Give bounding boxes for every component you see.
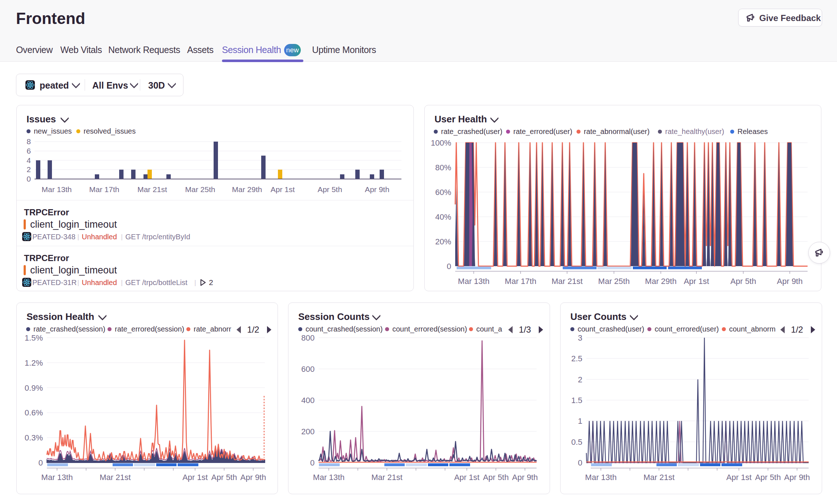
svg-text:Apr 5th: Apr 5th — [755, 473, 781, 482]
svg-text:Apr 9th: Apr 9th — [365, 185, 389, 194]
svg-text:Mar 21st: Mar 21st — [643, 473, 675, 482]
svg-text:Mar 21st: Mar 21st — [371, 473, 403, 482]
svg-text:Mar 13th: Mar 13th — [42, 185, 72, 194]
svg-text:8: 8 — [27, 137, 31, 146]
svg-text:0: 0 — [578, 458, 582, 467]
svg-text:0.6%: 0.6% — [25, 408, 43, 417]
svg-text:0.5: 0.5 — [571, 438, 582, 447]
svg-text:Apr 1st: Apr 1st — [726, 473, 752, 482]
svg-text:Mar 25th: Mar 25th — [185, 185, 215, 194]
svg-text:Apr 1st: Apr 1st — [182, 473, 208, 482]
svg-text:Apr 9th: Apr 9th — [240, 473, 266, 482]
svg-text:1.2%: 1.2% — [25, 358, 43, 367]
svg-text:Apr 5th: Apr 5th — [731, 277, 756, 286]
svg-text:1.5%: 1.5% — [25, 333, 43, 342]
svg-text:0.9%: 0.9% — [25, 383, 43, 393]
svg-text:0: 0 — [310, 458, 315, 467]
svg-text:Mar 17th: Mar 17th — [89, 185, 120, 194]
svg-text:800: 800 — [301, 333, 315, 342]
svg-text:1: 1 — [578, 416, 582, 426]
svg-text:600: 600 — [301, 365, 315, 374]
svg-text:Mar 13th: Mar 13th — [458, 277, 490, 286]
svg-text:4: 4 — [27, 156, 31, 164]
svg-text:400: 400 — [301, 396, 315, 405]
svg-text:Mar 21st: Mar 21st — [137, 185, 167, 194]
svg-text:2: 2 — [578, 375, 582, 384]
svg-text:Mar 29th: Mar 29th — [232, 185, 262, 194]
svg-text:Apr 1st: Apr 1st — [271, 185, 295, 194]
svg-text:0: 0 — [39, 458, 43, 467]
svg-text:80%: 80% — [435, 163, 451, 172]
svg-text:Apr 1st: Apr 1st — [454, 473, 480, 482]
svg-text:Mar 25th: Mar 25th — [598, 277, 630, 286]
svg-text:Mar 13th: Mar 13th — [585, 473, 617, 482]
svg-text:100%: 100% — [431, 138, 451, 147]
svg-text:2.5: 2.5 — [571, 354, 582, 363]
svg-text:2: 2 — [27, 165, 31, 174]
svg-text:Mar 13th: Mar 13th — [41, 473, 73, 482]
svg-text:Apr 5th: Apr 5th — [211, 473, 237, 482]
svg-text:Apr 1st: Apr 1st — [684, 277, 709, 286]
svg-text:60%: 60% — [435, 188, 451, 197]
svg-text:1.5: 1.5 — [571, 396, 582, 405]
svg-text:Apr 5th: Apr 5th — [483, 473, 509, 482]
svg-text:Apr 9th: Apr 9th — [512, 473, 538, 482]
svg-text:200: 200 — [301, 427, 315, 436]
svg-text:20%: 20% — [435, 237, 451, 246]
svg-text:Mar 21st: Mar 21st — [100, 473, 131, 482]
svg-text:Apr 9th: Apr 9th — [784, 473, 810, 482]
svg-text:0.3%: 0.3% — [25, 433, 43, 442]
svg-text:Apr 5th: Apr 5th — [318, 185, 342, 194]
svg-text:Mar 21st: Mar 21st — [551, 277, 583, 286]
svg-text:0: 0 — [27, 175, 31, 183]
svg-text:0: 0 — [447, 262, 451, 271]
svg-text:40%: 40% — [435, 212, 451, 221]
svg-text:Apr 9th: Apr 9th — [777, 277, 803, 286]
svg-text:Mar 17th: Mar 17th — [505, 277, 537, 286]
svg-text:Mar 13th: Mar 13th — [313, 473, 345, 482]
svg-text:Mar 29th: Mar 29th — [645, 277, 677, 286]
svg-text:3: 3 — [578, 333, 582, 342]
svg-text:6: 6 — [27, 147, 31, 155]
